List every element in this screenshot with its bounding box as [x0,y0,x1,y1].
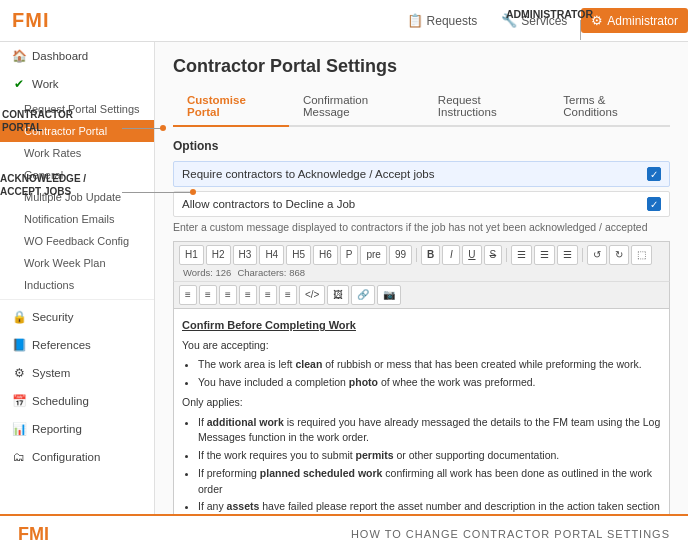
toolbar-list-ul[interactable]: ☰ [511,245,532,265]
toolbar-h4[interactable]: H4 [259,245,284,265]
header: FMI 📋 Requests 🔧 Services ⚙ Administrato… [0,0,688,42]
editor-body-intro: You are accepting: [182,338,661,354]
nav-requests-label: Requests [427,14,478,28]
sidebar-item-notification-emails[interactable]: Notification Emails [0,208,154,230]
sidebar-divider-1 [0,299,154,300]
toolbar-redo[interactable]: ↻ [609,245,629,265]
callout-acknowledge-line [122,192,192,193]
tab-confirmation-message[interactable]: Confirmation Message [289,87,424,127]
option-ack-accept: Require contractors to Acknowledge / Acc… [173,161,670,187]
bottom-logo: FMI [18,524,49,545]
tab-customise-portal[interactable]: Customise Portal [173,87,289,127]
toolbar-italic[interactable]: I [442,245,460,265]
sidebar-item-work[interactable]: ✔ Work [0,70,154,98]
option-decline-checkbox[interactable]: ✓ [647,197,661,211]
callout-contractor-portal-dot [160,125,166,131]
sidebar-item-references[interactable]: 📘 References [0,331,154,359]
sidebar-label-inductions: Inductions [24,279,74,291]
editor-only-bullet-4: If any assets have failed please report … [198,499,661,514]
tabs-row: Customise Portal Confirmation Message Re… [173,87,670,127]
toolbar-strikethrough[interactable]: S [484,245,503,265]
system-icon: ⚙ [12,366,26,380]
dashboard-icon: 🏠 [12,49,26,63]
option-decline: Allow contractors to Decline a Job ✓ [173,191,670,217]
sidebar-item-dashboard[interactable]: 🏠 Dashboard [0,42,154,70]
callout-acknowledge-text: ACKNOWLEDGE / ACCEPT JOBS [0,173,86,197]
editor-only-bullet-1: If additional work is required you have … [198,415,661,447]
toolbar-bold[interactable]: B [421,245,440,265]
editor-only-bullet-3: If preforming planned scheduled work con… [198,466,661,498]
sidebar-item-scheduling[interactable]: 📅 Scheduling [0,387,154,415]
sidebar-label-work-rates: Work Rates [24,147,81,159]
sidebar-label-work: Work [32,78,59,90]
sidebar-item-system[interactable]: ⚙ System [0,359,154,387]
nav-requests[interactable]: 📋 Requests [397,8,488,33]
references-icon: 📘 [12,338,26,352]
sidebar-label-security: Security [32,311,74,323]
toolbar-media[interactable]: 📷 [377,285,401,305]
sidebar-label-system: System [32,367,70,379]
toolbar-source[interactable]: ⬚ [631,245,652,265]
sidebar-label-wo-feedback-config: WO Feedback Config [24,235,129,247]
sidebar-item-work-rates[interactable]: Work Rates [0,142,154,164]
toolbar-outdent[interactable]: ≡ [279,285,297,305]
editor-only-applies: Only applies: [182,395,661,411]
admin-label: ADMINISTRATOR [506,8,593,20]
sidebar-label-dashboard: Dashboard [32,50,88,62]
tab-request-instructions[interactable]: Request Instructions [424,87,549,127]
editor-bullets-only: If additional work is required you have … [198,415,661,515]
sidebar-item-security[interactable]: 🔒 Security [0,303,154,331]
editor-heading: Confirm Before Completing Work [182,317,661,334]
toolbar-list-ol[interactable]: ☰ [534,245,555,265]
toolbar-blockquote[interactable]: ☰ [557,245,578,265]
toolbar-h5[interactable]: H5 [286,245,311,265]
toolbar-align-justify[interactable]: ≡ [239,285,257,305]
sidebar-item-configuration[interactable]: 🗂 Configuration [0,443,154,471]
toolbar-h1[interactable]: H1 [179,245,204,265]
sidebar-label-references: References [32,339,91,351]
toolbar-align-right[interactable]: ≡ [219,285,237,305]
tab-terms-conditions[interactable]: Terms & Conditions [549,87,670,127]
toolbar-pre[interactable]: pre [360,245,386,265]
bottom-text: HOW TO CHANGE CONTRACTOR PORTAL SETTINGS [351,528,670,540]
sidebar-item-wo-feedback-config[interactable]: WO Feedback Config [0,230,154,252]
configuration-icon: 🗂 [12,450,26,464]
sidebar-item-work-week-plan[interactable]: Work Week Plan [0,252,154,274]
security-icon: 🔒 [12,310,26,324]
callout-acknowledge: ACKNOWLEDGE / ACCEPT JOBS [0,172,125,198]
toolbar-image[interactable]: 🖼 [327,285,349,305]
admin-icon: ⚙ [591,13,603,28]
content-area: Contractor Portal Settings Customise Por… [155,42,688,514]
toolbar-indent[interactable]: ≡ [259,285,277,305]
toolbar-align-left[interactable]: ≡ [179,285,197,305]
editor-toolbar-row1: H1 H2 H3 H4 H5 H6 P pre 99 B I U S ☰ ☰ ☰… [173,241,670,281]
toolbar-link[interactable]: 🔗 [351,285,375,305]
toolbar-h2[interactable]: H2 [206,245,231,265]
nav-administrator[interactable]: ⚙ Administrator [581,8,688,33]
toolbar-sep-1 [416,248,417,262]
toolbar-undo[interactable]: ↺ [587,245,607,265]
option-decline-label: Allow contractors to Decline a Job [182,198,355,210]
editor-content[interactable]: Confirm Before Completing Work You are a… [173,308,670,514]
editor-bullet-1: The work area is left clean of rubbish o… [198,357,661,373]
toolbar-align-center[interactable]: ≡ [199,285,217,305]
toolbar-h6[interactable]: H6 [313,245,338,265]
options-label: Options [173,139,670,153]
option-ack-accept-checkbox[interactable]: ✓ [647,167,661,181]
toolbar-underline[interactable]: U [462,245,481,265]
callout-contractor-portal-text: CONTRACTOR PORTAL [2,109,73,133]
toolbar-99[interactable]: 99 [389,245,412,265]
toolbar-code[interactable]: </> [299,285,325,305]
sidebar-item-inductions[interactable]: Inductions [0,274,154,296]
editor-toolbar-row2: ≡ ≡ ≡ ≡ ≡ ≡ </> 🖼 🔗 📷 [173,281,670,308]
sidebar-item-reporting[interactable]: 📊 Reporting [0,415,154,443]
callout-contractor-portal-line [122,128,162,129]
sidebar-label-configuration: Configuration [32,451,100,463]
editor-only-bullet-2: If the work requires you to submit permi… [198,448,661,464]
admin-arrow-line [580,20,581,40]
toolbar-h3[interactable]: H3 [233,245,258,265]
toolbar-p[interactable]: P [340,245,359,265]
requests-icon: 📋 [407,13,423,28]
editor-bullets-accepting: The work area is left clean of rubbish o… [198,357,661,391]
header-logo: FMI [12,9,49,32]
